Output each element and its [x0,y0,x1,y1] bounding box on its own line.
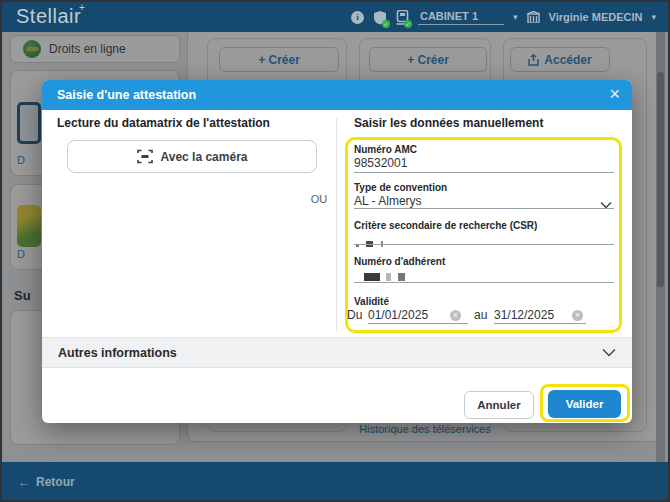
column-divider [336,118,337,332]
check-badge-icon: ✓ [404,20,412,28]
select-chevron-icon[interactable] [600,195,612,213]
app-footer: ← Retour [2,462,668,500]
input-underline [494,323,586,324]
building-icon [527,11,540,23]
info-icon[interactable]: i [351,11,364,24]
chevron-down-icon: ▾ [651,12,656,22]
amc-input[interactable]: 98532001 [354,156,407,170]
cancel-button[interactable]: Annuler [464,391,534,419]
input-underline [354,208,614,209]
datamatrix-heading: Lecture du datamatrix de l'attestation [57,116,270,130]
amc-label: Numéro AMC [354,144,417,155]
app-logo: Stellair [16,5,81,28]
header-actions: i ✓ ✓ CABINET 1 ▾ Virginie MEDECIN ▾ [351,2,656,32]
back-link-label: Retour [36,475,75,489]
input-underline [368,323,468,324]
page: Stellair + i ✓ ✓ CABINET 1 ▾ Virginie ME… [0,0,670,502]
back-link[interactable]: ← Retour [18,475,75,489]
convention-label: Type de convention [354,182,447,193]
clear-date-icon[interactable]: × [450,310,461,321]
input-underline [354,244,614,245]
check-badge-icon: ✓ [382,20,390,28]
modal-title-bar: Saisie d'une attestation × [42,80,632,110]
validity-to-prefix: au [474,308,487,322]
convention-select[interactable]: AL - Almerys [354,194,422,208]
logo-sparkle-icon: + [79,2,85,13]
chevron-down-icon [602,348,616,357]
card-reader-icon[interactable]: ✓ [396,10,409,25]
user-menu[interactable]: Virginie MEDECIN [549,11,643,23]
other-info-label: Autres informations [58,346,177,360]
csr-input[interactable] [356,233,383,251]
validity-from-prefix: Du [347,308,362,322]
attestation-modal: Saisie d'une attestation × Lecture du da… [42,80,632,423]
manual-heading: Saisir les données manuellement [354,116,543,130]
cancel-button-label: Annuler [477,399,520,411]
camera-button-label: Avec la caméra [161,150,248,164]
clear-date-icon[interactable]: × [572,310,583,321]
or-divider-label: OU [304,193,334,205]
submit-button-label: Valider [566,398,604,410]
cabinet-select-value: CABINET 1 [420,10,478,22]
modal-title: Saisie d'une attestation [57,88,196,102]
scan-icon [137,149,153,164]
back-arrow-icon: ← [18,475,30,489]
validity-from-input[interactable]: 01/01/2025 [368,308,428,322]
adherent-label: Numéro d'adhérent [354,256,445,267]
cabinet-select[interactable]: CABINET 1 [418,10,504,25]
csr-label: Critère secondaire de recherche (CSR) [354,220,537,231]
submit-button[interactable]: Valider [548,390,621,418]
validity-to-input[interactable]: 31/12/2025 [494,308,554,322]
shield-icon[interactable]: ✓ [373,10,387,25]
camera-button[interactable]: Avec la caméra [67,140,317,173]
close-icon[interactable]: × [609,84,620,105]
user-name: Virginie MEDECIN [549,11,643,23]
validity-label: Validité [354,296,389,307]
input-underline [354,282,614,283]
other-info-expander[interactable]: Autres informations [42,337,632,368]
input-underline [354,172,614,173]
chevron-down-icon: ▾ [513,12,518,22]
app-header: Stellair + i ✓ ✓ CABINET 1 ▾ Virginie ME… [2,2,668,32]
